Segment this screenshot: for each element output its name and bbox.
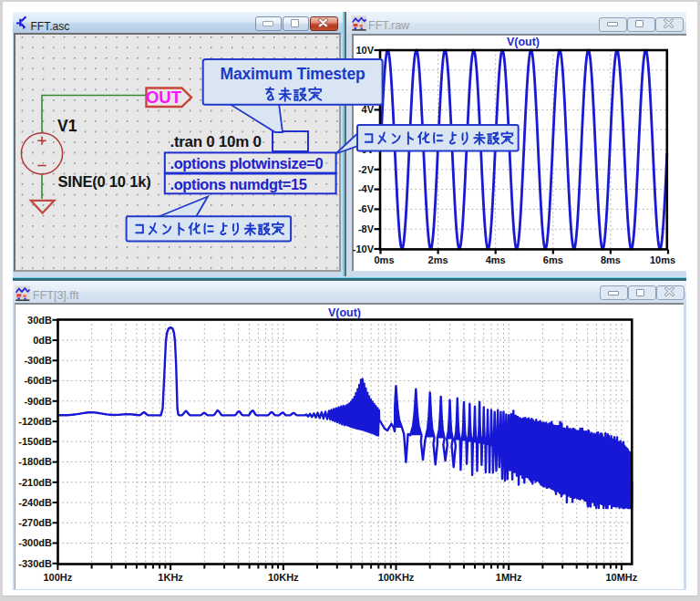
svg-text:OUT: OUT [146, 88, 182, 107]
svg-text:-8V: -8V [358, 223, 375, 234]
svg-text:-30dB: -30dB [24, 355, 52, 366]
svg-text:0dB: 0dB [33, 335, 52, 346]
svg-text:10ms: 10ms [650, 254, 675, 265]
svg-text:10V: 10V [355, 45, 374, 56]
svg-text:V(out): V(out) [507, 36, 540, 48]
svg-text:V(out): V(out) [328, 306, 361, 319]
svg-text:0ms: 0ms [374, 254, 394, 265]
svg-text:-270dB: -270dB [18, 517, 52, 528]
svg-text:1KHz: 1KHz [158, 572, 183, 583]
svg-text:6ms: 6ms [543, 254, 563, 265]
svg-text:4ms: 4ms [486, 254, 506, 265]
svg-text:-60dB: -60dB [24, 375, 52, 386]
svg-text:1MHz: 1MHz [496, 572, 522, 583]
svg-text:-4V: -4V [358, 183, 375, 194]
svg-text:8ms: 8ms [601, 254, 621, 265]
svg-text:-120dB: -120dB [18, 416, 52, 427]
svg-text:-180dB: -180dB [18, 456, 52, 467]
svg-text:.tran 0 10m 0: .tran 0 10m 0 [170, 133, 262, 150]
svg-text:SINE(0 10 1k): SINE(0 10 1k) [58, 173, 151, 190]
svg-text:-300dB: -300dB [18, 537, 52, 548]
svg-text:-2V: -2V [358, 164, 375, 175]
svg-text:-240dB: -240dB [18, 497, 52, 508]
svg-text:.options numdgt=15: .options numdgt=15 [170, 176, 307, 192]
svg-text:100Hz: 100Hz [44, 572, 73, 583]
svg-text:4V: 4V [362, 104, 375, 115]
svg-text:10KHz: 10KHz [268, 572, 299, 583]
svg-text:Maximum Timestep: Maximum Timestep [221, 65, 365, 83]
svg-text:-150dB: -150dB [18, 436, 52, 447]
svg-text:10MHz: 10MHz [605, 572, 637, 583]
svg-text:2ms: 2ms [428, 254, 448, 265]
svg-text:100KHz: 100KHz [378, 572, 415, 583]
svg-text:-330dB: -330dB [18, 558, 52, 569]
svg-text:-6V: -6V [358, 203, 375, 214]
svg-text:.options plotwinsize=0: .options plotwinsize=0 [170, 155, 324, 171]
svg-text:-90dB: -90dB [24, 396, 52, 407]
svg-text:30dB: 30dB [27, 315, 52, 326]
svg-text:V1: V1 [57, 117, 77, 135]
svg-text:-10V: -10V [353, 244, 375, 254]
svg-text:-210dB: -210dB [18, 477, 52, 488]
